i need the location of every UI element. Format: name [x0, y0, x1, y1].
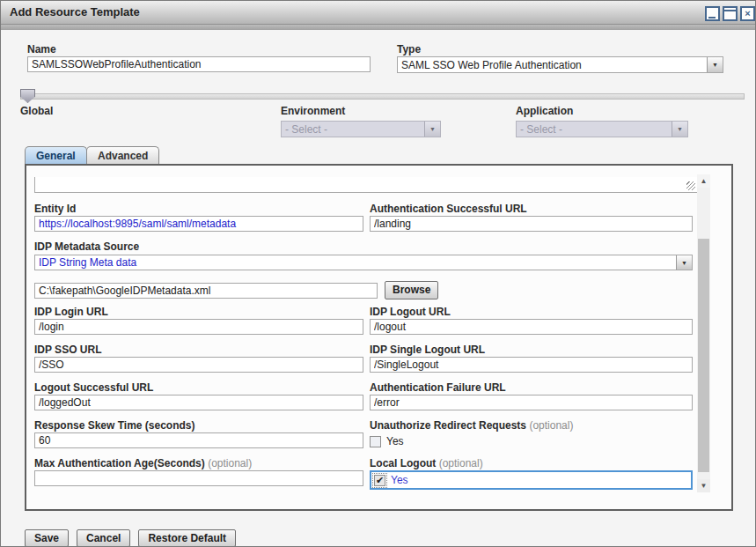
minimize-icon[interactable] [705, 6, 720, 21]
local-logout-field[interactable]: ✔ Yes [370, 470, 693, 490]
dialog-titlebar: Add Resource Template × [1, 1, 756, 25]
unauth-redirect-checkbox-label: Yes [386, 435, 404, 447]
unauth-redirect-label: Unauthorize Redirect Requests (optional) [370, 419, 573, 432]
tab-advanced[interactable]: Advanced [86, 146, 159, 164]
resize-grip-icon[interactable] [686, 181, 695, 190]
idp-metadata-source-value: IDP String Meta data [39, 256, 136, 269]
environment-select[interactable]: - Select - ▼ [281, 121, 441, 137]
titlebar-divider [1, 25, 756, 30]
panel-scrollbar[interactable]: ▲ ▼ [697, 174, 710, 492]
auth-success-url-input[interactable] [370, 216, 693, 232]
close-icon[interactable]: × [740, 6, 755, 21]
type-select-value: SAML SSO Web Profile Authentication [401, 59, 582, 71]
max-auth-age-optional: (optional) [208, 457, 252, 469]
local-logout-checkbox[interactable]: ✔ [374, 475, 385, 486]
chevron-down-icon[interactable]: ▼ [707, 57, 723, 72]
response-skew-label: Response Skew Time (seconds) [34, 419, 195, 432]
scroll-up-icon[interactable]: ▲ [697, 174, 710, 188]
idp-logout-url-input[interactable] [370, 319, 693, 335]
unauth-redirect-checkbox-row: Yes [370, 435, 404, 447]
local-logout-optional: (optional) [439, 457, 483, 469]
max-auth-age-label: Max Authentication Age(Seconds) (optiona… [34, 457, 252, 469]
local-logout-checkbox-label: Yes [391, 474, 408, 486]
logout-success-url-input[interactable] [34, 395, 363, 410]
auth-failure-url-input[interactable] [370, 395, 693, 410]
idp-metadata-source-label: IDP Metadata Source [34, 240, 139, 253]
type-select[interactable]: SAML SSO Web Profile Authentication ▼ [397, 56, 723, 73]
chevron-down-icon[interactable]: ▼ [676, 255, 692, 270]
idp-single-logout-url-input[interactable] [370, 357, 693, 373]
maximize-icon[interactable] [723, 6, 738, 21]
application-label: Application [516, 105, 573, 117]
scope-global-label: Global [20, 105, 53, 117]
idp-login-url-label: IDP Login URL [34, 306, 108, 318]
max-auth-age-label-text: Max Authentication Age(Seconds) [34, 457, 205, 469]
idp-single-logout-url-label: IDP Single Logout URL [370, 344, 485, 356]
logout-success-url-label: Logout Successful URL [34, 381, 153, 394]
chevron-down-icon[interactable]: ▼ [672, 122, 687, 137]
idp-sso-url-input[interactable] [34, 357, 363, 373]
restore-default-button[interactable]: Restore Default [138, 529, 236, 547]
tab-general[interactable]: General [25, 146, 87, 164]
footer-buttons: Save Cancel Restore Default [25, 529, 236, 547]
idp-metadata-source-select[interactable]: IDP String Meta data ▼ [34, 255, 693, 270]
entity-id-label: Entity Id [34, 203, 76, 215]
max-auth-age-input[interactable] [34, 470, 363, 486]
response-skew-input[interactable] [34, 432, 363, 448]
dialog-title: Add Resource Template [10, 1, 140, 24]
idp-login-url-input[interactable] [34, 319, 363, 335]
chevron-down-icon[interactable]: ▼ [424, 122, 440, 137]
scope-slider-track[interactable] [20, 93, 745, 100]
application-select[interactable]: - Select - ▼ [516, 121, 688, 137]
unauth-redirect-label-text: Unauthorize Redirect Requests [370, 419, 526, 432]
name-input[interactable] [27, 56, 371, 72]
add-resource-template-dialog: Add Resource Template × Name Type SAML S… [0, 0, 756, 547]
local-logout-label-text: Local Logout [370, 457, 436, 469]
scope-slider-handle[interactable] [20, 89, 35, 103]
local-logout-label: Local Logout (optional) [370, 457, 483, 469]
auth-failure-url-label: Authentication Failure URL [370, 381, 506, 394]
idp-sso-url-label: IDP SSO URL [34, 344, 101, 356]
unauth-redirect-checkbox[interactable] [370, 436, 381, 447]
name-label: Name [27, 43, 56, 55]
idp-logout-url-label: IDP Logout URL [370, 306, 451, 318]
type-label: Type [397, 43, 421, 55]
save-button[interactable]: Save [25, 529, 69, 547]
scroll-down-icon[interactable]: ▼ [697, 479, 710, 492]
scrollbar-thumb[interactable] [698, 239, 709, 472]
metadata-textarea[interactable] [34, 177, 698, 193]
auth-success-url-label: Authentication Successful URL [370, 203, 527, 215]
environment-label: Environment [281, 105, 345, 117]
unauth-redirect-optional: (optional) [529, 419, 573, 432]
environment-select-value: - Select - [285, 123, 327, 136]
entity-id-input[interactable] [34, 216, 363, 232]
browse-button[interactable]: Browse [385, 281, 438, 299]
cancel-button[interactable]: Cancel [77, 529, 130, 547]
metadata-file-input[interactable] [34, 283, 378, 299]
application-select-value: - Select - [520, 123, 562, 136]
